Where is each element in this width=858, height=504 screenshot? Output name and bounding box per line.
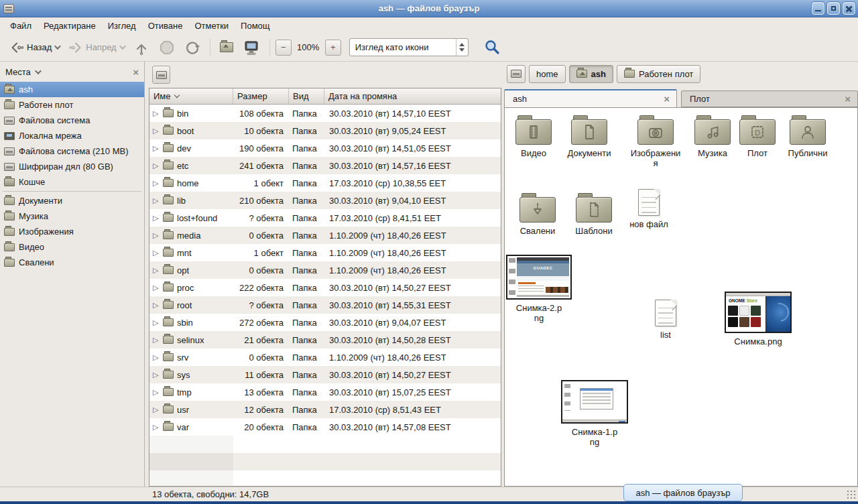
maximize-button[interactable] bbox=[827, 2, 840, 15]
sidebar-selector-chevron-icon[interactable] bbox=[35, 68, 42, 74]
expander-icon[interactable]: ▷ bbox=[153, 336, 160, 344]
menu-item[interactable]: Файл bbox=[4, 19, 38, 33]
combo-spinner[interactable] bbox=[456, 39, 468, 56]
reload-button[interactable] bbox=[180, 37, 204, 58]
icon-folder-video[interactable]: Видео bbox=[509, 115, 558, 158]
expander-icon[interactable]: ▷ bbox=[153, 231, 160, 240]
expander-icon[interactable]: ▷ bbox=[153, 405, 160, 414]
tab-close-icon[interactable]: × bbox=[664, 94, 676, 104]
expander-icon[interactable]: ▷ bbox=[153, 266, 160, 275]
sidebar-place-item[interactable]: Файлова система bbox=[0, 113, 144, 128]
icon-file-new[interactable]: нов файл bbox=[624, 189, 674, 229]
sidebar-close-icon[interactable]: × bbox=[133, 67, 139, 77]
icon-view[interactable]: Видео Документи Изображения Музика D Пло… bbox=[504, 107, 858, 487]
table-row[interactable]: ▷ selinux 21 обекта Папка 30.03.2010 (вт… bbox=[149, 331, 501, 349]
stop-button[interactable] bbox=[155, 37, 179, 58]
back-dropdown-chevron-icon[interactable] bbox=[54, 43, 61, 50]
close-button[interactable] bbox=[843, 2, 855, 15]
table-row[interactable]: ▷ lib 210 обекта Папка 30.03.2010 (вт) 9… bbox=[149, 192, 501, 209]
expander-icon[interactable]: ▷ bbox=[153, 109, 160, 118]
table-row[interactable]: ▷ usr 12 обекта Папка 17.03.2010 (ср) 8,… bbox=[149, 401, 501, 418]
expander-icon[interactable]: ▷ bbox=[153, 214, 160, 223]
column-header-size[interactable]: Размер bbox=[233, 88, 289, 104]
table-row[interactable]: ▷ etc 241 обекта Папка 30.03.2010 (вт) 1… bbox=[149, 157, 501, 174]
icon-folder-music[interactable]: Музика bbox=[688, 115, 737, 158]
sidebar-bookmark-item[interactable]: Музика bbox=[0, 208, 144, 224]
expander-icon[interactable]: ▷ bbox=[153, 318, 160, 327]
table-row[interactable]: ▷ bin 108 обекта Папка 30.03.2010 (вт) 1… bbox=[149, 105, 501, 122]
menu-item[interactable]: Отметки bbox=[188, 19, 235, 33]
table-row[interactable]: ▷ lost+found ? обекта Папка 17.03.2010 (… bbox=[149, 209, 501, 227]
forward-button[interactable]: Напред bbox=[64, 38, 127, 58]
sidebar-place-item[interactable]: Шифриран дял (80 GB) bbox=[0, 159, 144, 174]
sidebar-place-item[interactable]: Файлова система (210 MB) bbox=[0, 143, 144, 159]
sidebar-bookmark-item[interactable]: Документи bbox=[0, 193, 144, 208]
tab-plot[interactable]: Плот × bbox=[681, 90, 858, 107]
back-button[interactable]: Назад bbox=[5, 38, 63, 58]
expander-icon[interactable]: ▷ bbox=[153, 144, 160, 153]
computer-button[interactable] bbox=[239, 36, 264, 59]
menu-item[interactable]: Помощ bbox=[235, 19, 275, 33]
icon-image-snimka[interactable]: GNOME Store Снимка.png bbox=[725, 292, 792, 346]
expander-icon[interactable]: ▷ bbox=[153, 371, 160, 379]
root-location-button[interactable] bbox=[152, 66, 170, 84]
sidebar-place-item[interactable]: Работен плот bbox=[0, 97, 144, 113]
search-button[interactable] bbox=[479, 36, 505, 59]
expander-icon[interactable]: ▷ bbox=[153, 301, 160, 310]
sidebar-bookmark-item[interactable]: Видео bbox=[0, 239, 144, 255]
home-button[interactable] bbox=[216, 40, 237, 55]
tab-close-icon[interactable]: × bbox=[845, 94, 857, 104]
column-header-name[interactable]: Име bbox=[149, 88, 233, 104]
icon-folder-desktop[interactable]: D Плот bbox=[737, 115, 778, 158]
icon-folder-downloads[interactable]: Свалени bbox=[513, 192, 562, 236]
table-row[interactable]: ▷ var 20 обекта Папка 30.03.2010 (вт) 14… bbox=[149, 418, 501, 436]
icon-image-snimka1[interactable]: Снимка-1.png bbox=[571, 380, 618, 447]
zoom-out-button[interactable]: − bbox=[275, 40, 292, 56]
sidebar-bookmark-item[interactable]: Свалени bbox=[0, 255, 144, 270]
menu-item[interactable]: Изглед bbox=[102, 19, 142, 33]
table-row[interactable]: ▷ sys 11 обекта Папка 30.03.2010 (вт) 14… bbox=[149, 366, 501, 383]
sidebar-bookmark-item[interactable]: Изображения bbox=[0, 224, 144, 239]
expander-icon[interactable]: ▷ bbox=[153, 196, 160, 205]
menu-item[interactable]: Отиване bbox=[142, 19, 189, 33]
icon-folder-pictures[interactable]: Изображения bbox=[629, 115, 682, 168]
path-button-home[interactable]: home bbox=[529, 65, 566, 83]
column-header-date[interactable]: Дата на промяна bbox=[324, 88, 501, 104]
sidebar-place-item[interactable]: Локална мрежа bbox=[0, 128, 144, 143]
table-row[interactable]: ▷ tmp 13 обекта Папка 30.03.2010 (вт) 15… bbox=[149, 383, 501, 401]
table-row[interactable]: ▷ media 0 обекта Папка 1.10.2009 (чт) 18… bbox=[149, 227, 501, 244]
path-button-ash[interactable]: ash bbox=[569, 65, 613, 83]
expander-icon[interactable]: ▷ bbox=[153, 249, 160, 257]
expander-icon[interactable]: ▷ bbox=[153, 388, 160, 397]
icon-file-list[interactable]: list bbox=[640, 300, 691, 340]
icon-folder-templates[interactable]: Шаблони bbox=[569, 192, 619, 236]
table-row[interactable]: ▷ home 1 обект Папка 17.03.2010 (ср) 10,… bbox=[149, 174, 501, 192]
tab-ash[interactable]: ash × bbox=[504, 89, 677, 107]
table-row[interactable]: ▷ sbin 272 обекта Папка 30.03.2010 (вт) … bbox=[149, 314, 501, 331]
view-mode-combobox[interactable]: Изглед като икони bbox=[349, 38, 469, 56]
expander-icon[interactable]: ▷ bbox=[153, 127, 160, 135]
column-header-type[interactable]: Вид bbox=[289, 88, 324, 104]
titlebar[interactable]: ash — файлов браузър bbox=[0, 0, 858, 17]
table-row[interactable]: ▷ boot 10 обекта Папка 30.03.2010 (вт) 9… bbox=[149, 122, 501, 139]
sidebar-place-item[interactable]: ash bbox=[0, 82, 144, 97]
zoom-in-button[interactable]: + bbox=[325, 40, 341, 56]
expander-icon[interactable]: ▷ bbox=[153, 423, 160, 432]
table-row[interactable]: ▷ proc 222 обекта Папка 30.03.2010 (вт) … bbox=[149, 279, 501, 296]
icon-folder-documents[interactable]: Документи bbox=[562, 115, 617, 158]
icon-folder-public[interactable]: Публични bbox=[781, 115, 835, 158]
sidebar-place-item[interactable]: Кошче bbox=[0, 174, 144, 190]
table-row[interactable]: ▷ root ? обекта Папка 30.03.2010 (вт) 14… bbox=[149, 296, 501, 314]
table-row[interactable]: ▷ dev 190 обекта Папка 30.03.2010 (вт) 1… bbox=[149, 139, 501, 157]
up-button[interactable] bbox=[129, 37, 154, 58]
window-resize-grip[interactable] bbox=[846, 489, 857, 500]
expander-icon[interactable]: ▷ bbox=[153, 353, 160, 362]
expander-icon[interactable]: ▷ bbox=[153, 162, 160, 170]
table-row[interactable]: ▷ srv 0 обекта Папка 1.10.2009 (чт) 18,4… bbox=[149, 349, 501, 366]
expander-icon[interactable]: ▷ bbox=[153, 179, 160, 188]
path-root-button[interactable] bbox=[507, 65, 526, 83]
menu-item[interactable]: Редактиране bbox=[38, 19, 102, 33]
table-row[interactable]: ▷ mnt 1 обект Папка 1.10.2009 (чт) 18,40… bbox=[149, 244, 501, 261]
expander-icon[interactable]: ▷ bbox=[153, 284, 160, 292]
table-row[interactable]: ▷ opt 0 обекта Папка 1.10.2009 (чт) 18,4… bbox=[149, 261, 501, 279]
